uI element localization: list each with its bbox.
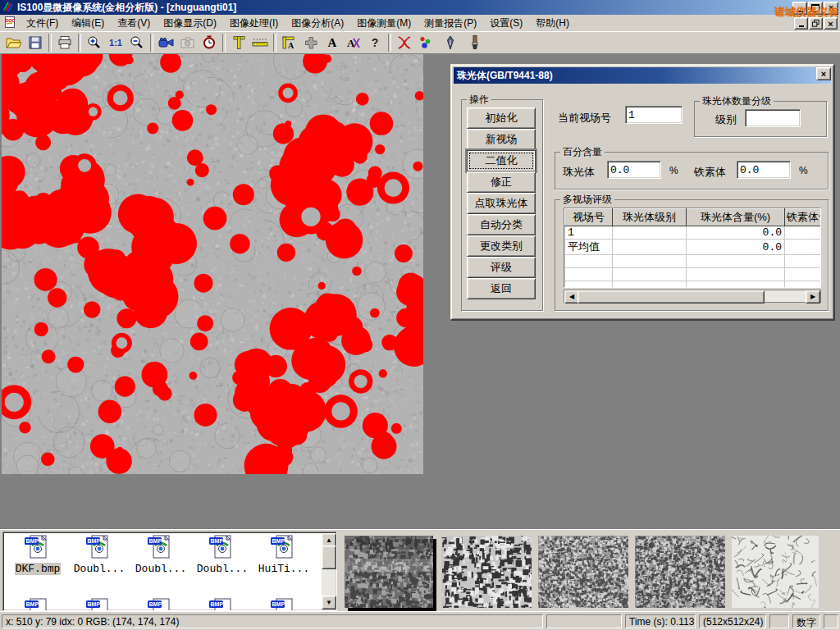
change-class-button[interactable]: 更改类别 <box>467 235 536 257</box>
pen-tool-button[interactable] <box>440 33 461 52</box>
scroll-down-button[interactable]: ▼ <box>322 596 336 609</box>
menu-item-image-display[interactable]: 图像显示(D) <box>157 15 223 32</box>
help-button[interactable]: ? <box>364 33 386 52</box>
thumbnail-2[interactable] <box>441 536 532 608</box>
measure-text-button[interactable]: A <box>279 33 300 52</box>
svg-text:A: A <box>288 41 294 50</box>
return-button[interactable]: 返回 <box>467 278 536 299</box>
thumbnail-4[interactable] <box>635 536 725 608</box>
ruler-icon <box>251 34 269 51</box>
menu-item-report[interactable]: 测量报告(P) <box>418 15 483 32</box>
new-field-button[interactable]: 新视场 <box>467 129 536 150</box>
thumbnail-3[interactable] <box>538 536 628 608</box>
file-item-partial[interactable]: BMP <box>8 598 67 611</box>
col-pearlite-grade[interactable]: 珠光体级别 <box>613 209 687 226</box>
document-icon[interactable]: DOC <box>3 16 16 31</box>
mdi-close-button[interactable]: × <box>824 17 838 30</box>
pearlite-percent-input[interactable] <box>607 161 661 179</box>
table-row[interactable]: 1 0.0 <box>565 226 822 240</box>
menu-item-help[interactable]: 帮助(H) <box>529 15 576 32</box>
grade-label: 级别 <box>715 112 737 127</box>
thumbnail-5[interactable] <box>732 536 819 608</box>
menu-item-settings[interactable]: 设置(S) <box>483 15 529 32</box>
brush-tool-button[interactable] <box>464 33 486 52</box>
table-row[interactable]: 平均值 0.0 <box>565 240 822 255</box>
file-item[interactable]: BMP Doubl... <box>70 535 129 575</box>
current-field-input[interactable] <box>625 106 682 124</box>
title-bar[interactable]: IS100显微摄像系统(金相分析版) - [zhuguangti01] × <box>0 0 840 15</box>
dialog-title-bar[interactable]: 珠光体(GB/T9441-88) <box>454 67 831 84</box>
timer-button[interactable] <box>199 33 220 52</box>
binarize-button[interactable]: 二值化 <box>467 150 536 171</box>
file-item[interactable]: BMP Doubl... <box>131 535 190 575</box>
cell-field: 平均值 <box>565 240 613 255</box>
caliper-measure-button[interactable] <box>228 33 249 52</box>
actual-size-button[interactable]: 1:1 <box>105 33 126 52</box>
menu-item-edit[interactable]: 编辑(E) <box>65 15 111 32</box>
camera-capture-button[interactable] <box>177 33 199 52</box>
menu-item-image-process[interactable]: 图像处理(I) <box>223 15 285 32</box>
auto-classify-button[interactable]: 自动分类 <box>467 214 536 235</box>
scroll-right-icon: ▶ <box>810 294 815 300</box>
rate-button[interactable]: 评级 <box>467 257 536 278</box>
file-item-partial[interactable]: BMP <box>254 598 313 611</box>
file-list-scrollbar[interactable]: ▲ ▼ <box>322 533 336 609</box>
thumbnail-1[interactable] <box>345 536 433 608</box>
cell-ferrite <box>785 226 822 240</box>
scrollbar-thumb[interactable] <box>578 290 765 304</box>
correct-button[interactable]: 修正 <box>467 171 536 193</box>
text-icon: A <box>328 36 337 50</box>
file-item-partial[interactable]: BMP <box>70 598 129 611</box>
svg-text:BMP: BMP <box>211 601 224 607</box>
mdi-minimize-icon <box>799 25 804 27</box>
zoom-in-button[interactable] <box>84 33 105 52</box>
mdi-restore-button[interactable] <box>809 17 823 30</box>
annotate-tool-button[interactable]: A <box>343 33 364 52</box>
menu-item-image-analysis[interactable]: 图像分析(A) <box>285 15 350 32</box>
print-button[interactable] <box>54 33 75 52</box>
col-field-number[interactable]: 视场号 <box>565 209 613 226</box>
scrollbar-thumb[interactable] <box>322 546 336 569</box>
dialog-close-icon: × <box>821 69 826 79</box>
time-status: Time (s): 0.113 <box>625 614 696 628</box>
file-name: Doubl... <box>135 563 187 575</box>
pick-pearlite-button[interactable]: 点取珠光体 <box>467 193 536 214</box>
table-horizontal-scrollbar[interactable]: ◀ ▶ <box>564 290 821 303</box>
close-button[interactable]: × <box>824 2 838 15</box>
file-item[interactable]: BMP HuiTi... <box>254 535 313 575</box>
cross-tool-button[interactable] <box>300 33 322 52</box>
bmp-file-icon: BMP <box>85 535 113 559</box>
menu-item-file[interactable]: 文件(F) <box>20 15 65 32</box>
metallographic-image[interactable] <box>2 54 423 474</box>
initialize-button[interactable]: 初始化 <box>467 107 536 129</box>
phase-particles-button[interactable] <box>415 33 436 52</box>
svg-text:BMP: BMP <box>272 538 285 544</box>
save-button[interactable] <box>25 33 46 52</box>
menu-item-image-measure[interactable]: 图像测量(M) <box>350 15 418 32</box>
file-item[interactable]: BMP Doubl... <box>193 535 252 575</box>
file-item-partial[interactable]: BMP <box>131 598 190 611</box>
video-capture-button[interactable] <box>156 33 177 52</box>
grade-input[interactable] <box>745 109 801 127</box>
minimize-button[interactable] <box>792 2 807 15</box>
scroll-right-button[interactable]: ▶ <box>806 290 820 304</box>
mdi-minimize-button[interactable] <box>794 17 808 30</box>
maximize-button[interactable] <box>808 2 823 15</box>
col-pearlite-content[interactable]: 珠光体含量(%) <box>687 209 785 226</box>
file-name: DKF.bmp <box>15 563 62 575</box>
brush-icon <box>467 34 483 51</box>
ruler-measure-button[interactable] <box>249 33 271 52</box>
file-item[interactable]: BMP DKF.bmp <box>8 535 67 575</box>
zoom-out-button[interactable] <box>126 33 148 52</box>
text-tool-button[interactable]: A <box>322 33 343 52</box>
ferrite-percent-input[interactable] <box>737 161 791 179</box>
svg-text:BMP: BMP <box>26 601 39 607</box>
col-ferrite-content[interactable]: 铁素体含量(%) <box>785 209 822 226</box>
curve-tool-button[interactable] <box>394 33 415 52</box>
open-button[interactable] <box>3 33 25 52</box>
bmp-file-icon: BMP <box>270 535 298 559</box>
menu-item-view[interactable]: 查看(V) <box>111 15 157 32</box>
file-item-partial[interactable]: BMP <box>193 598 252 611</box>
bmp-file-icon: BMP <box>147 598 175 611</box>
dialog-close-button[interactable]: × <box>816 67 831 80</box>
